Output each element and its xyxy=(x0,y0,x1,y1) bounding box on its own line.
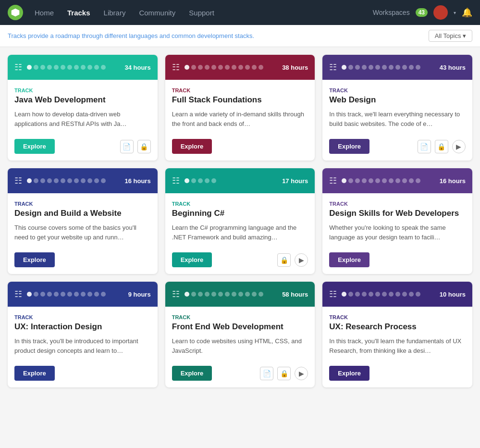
card-header: ☷ 43 hours xyxy=(322,55,472,80)
card-body: Track Design and Build a Website This co… xyxy=(8,193,158,248)
subheader-text: Tracks provide a roadmap through differe… xyxy=(8,32,254,39)
progress-dots xyxy=(342,292,434,297)
progress-dot xyxy=(81,292,86,297)
progress-dot xyxy=(402,65,407,70)
progress-dot xyxy=(245,292,250,297)
avatar[interactable] xyxy=(433,5,448,20)
main-content: ☷ 34 hours Track Java Web Development Le… xyxy=(0,47,480,395)
progress-dot xyxy=(382,292,387,297)
explore-button[interactable]: Explore xyxy=(14,139,55,154)
progress-dot xyxy=(362,65,367,70)
avatar-chevron[interactable]: ▾ xyxy=(454,10,456,15)
explore-button[interactable]: Explore xyxy=(14,366,55,381)
lock-icon[interactable]: 🔒 xyxy=(277,367,291,380)
nav-library[interactable]: Library xyxy=(98,6,132,20)
progress-dot xyxy=(382,178,387,183)
track-description: Learn a wide variety of in-demand skills… xyxy=(172,110,308,128)
play-icon[interactable]: ▶ xyxy=(452,140,466,153)
card-body: Track Front End Web Development Learn to… xyxy=(165,307,315,361)
card-header: ☷ 38 hours xyxy=(165,55,315,80)
track-card: ☷ 43 hours Track Web Design In this trac… xyxy=(322,55,472,161)
progress-dot xyxy=(369,65,373,70)
play-icon[interactable]: ▶ xyxy=(295,253,308,267)
progress-dot xyxy=(191,178,196,183)
progress-dot xyxy=(87,178,92,183)
progress-dot xyxy=(409,65,414,70)
progress-dot xyxy=(409,292,414,297)
explore-button[interactable]: Explore xyxy=(14,252,55,267)
card-body: Track Web Design In this track, we'll le… xyxy=(322,80,472,134)
track-card: ☷ 10 hours Track UX: Research Process In… xyxy=(322,282,472,387)
lock-icon[interactable]: 🔒 xyxy=(137,140,151,153)
progress-dot xyxy=(47,178,52,183)
progress-dot xyxy=(47,292,52,297)
progress-dot xyxy=(369,292,373,297)
progress-dot xyxy=(27,292,32,297)
progress-dots xyxy=(27,292,123,297)
progress-dot xyxy=(74,65,79,70)
card-footer: Explore xyxy=(165,134,315,161)
progress-dot xyxy=(34,292,38,297)
explore-button[interactable]: Explore xyxy=(329,252,369,267)
hours-label: 17 hours xyxy=(282,177,308,185)
card-header: ☷ 10 hours xyxy=(322,282,472,307)
progress-dot xyxy=(205,292,209,297)
progress-dot xyxy=(389,178,394,183)
progress-dot xyxy=(61,292,65,297)
track-card: ☷ 16 hours Track Design Skills for Web D… xyxy=(322,168,472,274)
progress-dot xyxy=(225,65,230,70)
play-icon[interactable]: ▶ xyxy=(295,367,308,380)
progress-dot xyxy=(355,65,360,70)
track-description: Learn the C# programming language and th… xyxy=(172,223,308,242)
notes-icon[interactable]: 📄 xyxy=(418,140,431,153)
progress-dots xyxy=(27,65,120,70)
track-icon: ☷ xyxy=(172,289,180,299)
nav-community[interactable]: Community xyxy=(133,6,181,20)
explore-button[interactable]: Explore xyxy=(172,139,212,154)
progress-dot xyxy=(402,178,407,183)
lock-icon[interactable]: 🔒 xyxy=(435,140,448,153)
track-card: ☷ 38 hours Track Full Stack Foundations … xyxy=(165,55,315,161)
logo[interactable] xyxy=(8,5,23,20)
track-title: Full Stack Foundations xyxy=(172,95,308,105)
track-description: In this track, you'll be introduced to i… xyxy=(14,336,151,355)
progress-dot xyxy=(54,178,59,183)
notes-icon[interactable]: 📄 xyxy=(260,367,273,380)
progress-dot xyxy=(185,65,189,70)
all-topics-button[interactable]: All Topics ▾ xyxy=(429,30,472,42)
track-description: In this track, you'll learn the fundamen… xyxy=(329,336,466,355)
progress-dot xyxy=(81,178,86,183)
progress-dot xyxy=(218,65,223,70)
explore-button[interactable]: Explore xyxy=(172,252,212,267)
progress-dot xyxy=(198,292,203,297)
card-header: ☷ 9 hours xyxy=(8,282,158,307)
nav-tracks[interactable]: Tracks xyxy=(62,6,96,20)
track-icon: ☷ xyxy=(14,289,22,299)
track-description: Learn to code websites using HTML, CSS, … xyxy=(172,336,308,355)
track-label: Track xyxy=(14,201,151,207)
explore-button[interactable]: Explore xyxy=(172,366,212,381)
progress-dot xyxy=(389,65,394,70)
progress-dot xyxy=(67,178,72,183)
workspaces-link[interactable]: Workspaces xyxy=(373,9,410,16)
footer-icons: 📄🔒 xyxy=(120,140,151,153)
notifications-bell[interactable]: 🔔 xyxy=(462,7,472,18)
lock-icon[interactable]: 🔒 xyxy=(277,253,291,267)
track-title: Design Skills for Web Developers xyxy=(329,209,466,218)
progress-dots xyxy=(185,292,277,297)
explore-button[interactable]: Explore xyxy=(329,366,369,381)
nav-home[interactable]: Home xyxy=(29,6,60,20)
track-icon: ☷ xyxy=(329,175,337,186)
progress-dot xyxy=(416,292,420,297)
track-icon: ☷ xyxy=(329,289,337,299)
track-label: Track xyxy=(14,87,151,93)
explore-button[interactable]: Explore xyxy=(329,139,369,154)
progress-dot xyxy=(375,292,380,297)
progress-dot xyxy=(369,178,373,183)
progress-dot xyxy=(342,292,346,297)
notes-icon[interactable]: 📄 xyxy=(120,140,134,153)
nav-support[interactable]: Support xyxy=(183,6,220,20)
card-footer: Explore xyxy=(322,248,472,274)
progress-dot xyxy=(232,292,236,297)
track-icon: ☷ xyxy=(329,62,337,73)
